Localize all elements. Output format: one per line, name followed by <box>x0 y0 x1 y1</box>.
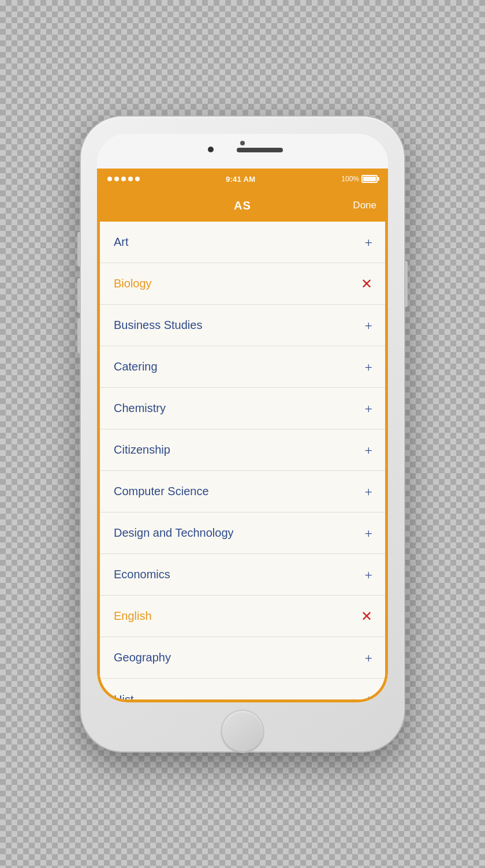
battery-indicator: 100% <box>341 175 378 183</box>
add-icon[interactable]: + <box>364 360 372 374</box>
signal-dot-5 <box>135 177 140 181</box>
subject-label: English <box>114 609 152 623</box>
add-icon[interactable]: + <box>364 319 372 332</box>
signal-indicator <box>107 177 140 181</box>
remove-icon[interactable]: ✕ <box>361 609 372 623</box>
subject-label: Citizenship <box>114 443 170 457</box>
list-item[interactable]: Economics+ <box>100 554 385 596</box>
list-item[interactable]: Chemistry+ <box>100 388 385 429</box>
list-item[interactable]: Design and Technology+ <box>100 512 385 554</box>
phone-top-bar <box>97 134 388 169</box>
list-item[interactable]: Citizenship+ <box>100 429 385 471</box>
subject-label: Biology <box>114 277 152 290</box>
signal-dot-4 <box>128 177 133 181</box>
speaker <box>237 148 283 152</box>
status-time: 9:41 AM <box>226 175 255 184</box>
list-item[interactable]: Business Studies+ <box>100 305 385 346</box>
navigation-bar: AS Done <box>97 189 388 222</box>
subject-label: Catering <box>114 360 158 373</box>
subjects-list: Art+Biology✕Business Studies+Catering+Ch… <box>97 222 388 702</box>
add-icon[interactable]: + <box>364 235 372 249</box>
signal-dot-1 <box>107 177 112 181</box>
add-icon[interactable]: + <box>364 526 372 540</box>
battery-fill <box>363 177 376 181</box>
phone-frame: 9:41 AM 100% AS Done Art+Biology✕Busines… <box>81 117 404 751</box>
subject-label: Economics <box>114 568 170 581</box>
nav-title: AS <box>234 199 251 212</box>
subject-label: Business Studies <box>114 319 202 332</box>
home-button[interactable] <box>222 711 263 751</box>
battery-icon <box>361 175 378 183</box>
add-icon[interactable]: + <box>364 568 372 582</box>
list-item[interactable]: Art+ <box>100 222 385 263</box>
add-icon[interactable]: + <box>364 651 372 665</box>
list-item[interactable]: Catering+ <box>100 346 385 388</box>
subject-label: Art <box>114 235 129 249</box>
subject-label: Chemistry <box>114 402 166 415</box>
add-icon[interactable]: + <box>364 402 372 416</box>
subject-label: Geography <box>114 651 171 664</box>
list-item[interactable]: English✕ <box>100 596 385 637</box>
add-icon[interactable]: + <box>364 485 372 499</box>
signal-dot-2 <box>114 177 119 181</box>
signal-dot-3 <box>121 177 126 181</box>
list-item[interactable]: Biology✕ <box>100 263 385 305</box>
status-bar: 9:41 AM 100% <box>97 169 388 189</box>
list-item[interactable]: Geography+ <box>100 637 385 679</box>
subject-label: Hist... <box>114 693 143 703</box>
camera <box>208 147 214 152</box>
list-item[interactable]: Hist...+ <box>100 679 385 702</box>
list-item[interactable]: Computer Science+ <box>100 471 385 512</box>
subject-label: Computer Science <box>114 485 209 498</box>
battery-percentage: 100% <box>341 175 359 183</box>
add-icon[interactable]: + <box>364 693 372 702</box>
add-icon[interactable]: + <box>364 443 372 457</box>
phone-screen: 9:41 AM 100% AS Done Art+Biology✕Busines… <box>97 134 388 702</box>
subject-label: Design and Technology <box>114 526 234 540</box>
headphone-jack <box>240 141 245 145</box>
remove-icon[interactable]: ✕ <box>361 277 372 291</box>
done-button[interactable]: Done <box>353 200 376 211</box>
